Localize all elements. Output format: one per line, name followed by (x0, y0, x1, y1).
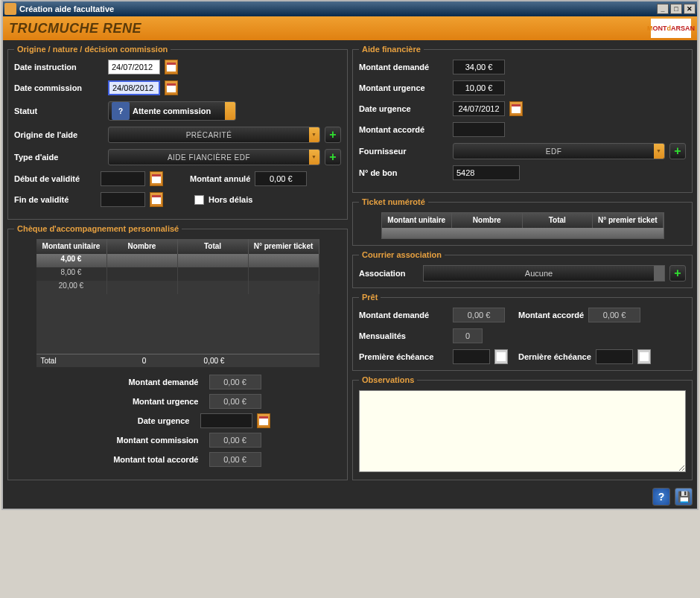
date-instruction-label: Date instruction (14, 63, 104, 71)
ticket-legend: Ticket numéroté (359, 197, 428, 206)
obs-legend: Observations (359, 375, 417, 384)
fournisseur-select[interactable]: EDF (453, 143, 665, 159)
cheque-grid[interactable]: Montant unitaire Nombre Total N° premier… (36, 239, 319, 367)
person-header: TRUCMUCHE RENE MONTdARSAN (3, 16, 697, 40)
help-button[interactable]: ? (652, 488, 670, 506)
hors-delais-label: Hors délais (209, 195, 252, 204)
origine-aide-select[interactable]: PRÉCARITÉ (108, 127, 320, 143)
type-aide-select[interactable]: AIDE FIANCIÈRE EDF (108, 149, 320, 165)
table-row[interactable]: 8,00 € (36, 267, 319, 281)
cm-montant-urgence-label: Montant urgence (95, 397, 199, 406)
fin-validite-input[interactable] (101, 192, 145, 207)
add-type-button[interactable]: + (325, 149, 341, 165)
obs-fieldset: Observations (352, 375, 693, 480)
col-header: Montant unitaire (382, 213, 453, 228)
debut-validite-label: Début de validité (14, 174, 96, 183)
cm-date-urgence-label: Date urgence (86, 416, 190, 425)
chevron-down-icon (654, 144, 664, 159)
col-header: Nombre (452, 213, 523, 228)
add-association-button[interactable]: + (669, 265, 686, 281)
chevron-down-icon (225, 102, 235, 120)
origine-aide-value: PRÉCARITÉ (109, 131, 309, 139)
af-montant-accorde-label: Montant accordé (359, 125, 448, 134)
af-montant-demande-label: Montant demandé (359, 63, 448, 71)
cm-montant-urgence (209, 394, 261, 409)
person-name: TRUCMUCHE RENE (9, 21, 141, 36)
pret-demande (453, 308, 505, 322)
pret-accorde-label: Montant accordé (518, 311, 584, 319)
cm-montant-demande-label: Montant demandé (95, 378, 199, 387)
af-montant-accorde[interactable] (453, 122, 505, 137)
pret-mensualites (453, 328, 483, 343)
association-label: Association (359, 269, 419, 278)
montant-annule-input[interactable] (255, 171, 307, 186)
app-window: Création aide facultative _ □ ✕ TRUCMUCH… (1, 0, 699, 510)
af-date-urgence-label: Date urgence (359, 104, 448, 113)
pret-premiere[interactable] (453, 349, 490, 364)
calendar-icon[interactable] (165, 60, 178, 74)
app-icon (4, 3, 16, 15)
cm-montant-demande (209, 375, 261, 389)
assoc-fieldset: Courrier association Association Aucune … (352, 250, 693, 288)
af-montant-demande[interactable] (453, 60, 505, 74)
aide-fieldset: Aide financière Montant demandé Montant … (352, 45, 693, 193)
minimize-button[interactable]: _ (657, 4, 669, 14)
montant-annule-label: Montant annulé (190, 174, 250, 183)
maximize-button[interactable]: □ (670, 4, 682, 14)
add-origine-button[interactable]: + (325, 127, 341, 143)
association-select[interactable]: Aucune (423, 265, 665, 281)
person-icon: ? (112, 102, 130, 120)
pret-derniere[interactable] (596, 349, 633, 364)
window-title: Création aide facultative (19, 4, 114, 13)
table-row[interactable]: 20,00 € (36, 281, 319, 294)
af-montant-urgence[interactable] (453, 80, 505, 95)
pret-premiere-label: Première échéance (359, 352, 448, 361)
origine-aide-label: Origine de l'aide (14, 130, 104, 139)
col-header: N° premier ticket (249, 239, 319, 254)
col-header: Total (523, 213, 594, 228)
calendar-icon[interactable] (637, 349, 651, 364)
col-header: Montant unitaire (36, 239, 107, 254)
af-numbon-label: N° de bon (359, 168, 448, 177)
debut-validite-input[interactable] (101, 171, 145, 186)
calendar-icon[interactable] (165, 80, 178, 95)
save-button[interactable]: 💾 (675, 488, 693, 506)
ticket-fieldset: Ticket numéroté Montant unitaire Nombre … (352, 197, 693, 246)
col-header: Total (178, 239, 249, 254)
date-commission-label: Date commission (14, 83, 104, 92)
hors-delais-checkbox[interactable] (194, 195, 204, 205)
pret-mensualites-label: Mensualités (359, 331, 448, 340)
cheque-fieldset: Chèque d'accompagnement personnalisé Mon… (7, 224, 348, 480)
statut-value: Attente commission (133, 106, 225, 115)
calendar-icon[interactable] (494, 349, 508, 364)
chevron-down-icon (654, 266, 664, 281)
cm-montant-commission-label: Montant commission (95, 436, 199, 445)
origine-fieldset: Origine / nature / décision commission D… (7, 45, 348, 220)
statut-label: Statut (14, 106, 104, 115)
association-value: Aucune (424, 269, 654, 278)
type-aide-label: Type d'aide (14, 153, 104, 162)
af-date-urgence[interactable] (453, 101, 505, 116)
calendar-icon[interactable] (150, 171, 163, 186)
aide-legend: Aide financière (359, 45, 424, 54)
pret-derniere-label: Dernière échéance (518, 352, 591, 361)
cm-montant-total (209, 452, 261, 467)
date-instruction-input[interactable] (108, 60, 160, 74)
fournisseur-value: EDF (454, 147, 654, 156)
titlebar: Création aide facultative _ □ ✕ (3, 1, 697, 16)
date-commission-input[interactable] (108, 80, 160, 95)
cm-date-urgence[interactable] (200, 413, 252, 428)
table-row[interactable]: 4,00 € (36, 254, 319, 267)
calendar-icon[interactable] (150, 192, 163, 207)
statut-select[interactable]: ? Attente commission (108, 101, 236, 121)
col-header: Nombre (107, 239, 178, 254)
calendar-icon[interactable] (509, 101, 523, 116)
observations-textarea[interactable] (359, 390, 686, 472)
close-button[interactable]: ✕ (684, 4, 696, 14)
pret-fieldset: Prêt Montant demandé Montant accordé Men… (352, 293, 693, 371)
af-numbon[interactable] (453, 165, 520, 180)
cm-montant-total-label: Montant total accordé (95, 455, 199, 464)
ticket-grid[interactable]: Montant unitaire Nombre Total N° premier… (381, 212, 664, 239)
calendar-icon[interactable] (257, 413, 270, 428)
add-fournisseur-button[interactable]: + (669, 143, 686, 159)
